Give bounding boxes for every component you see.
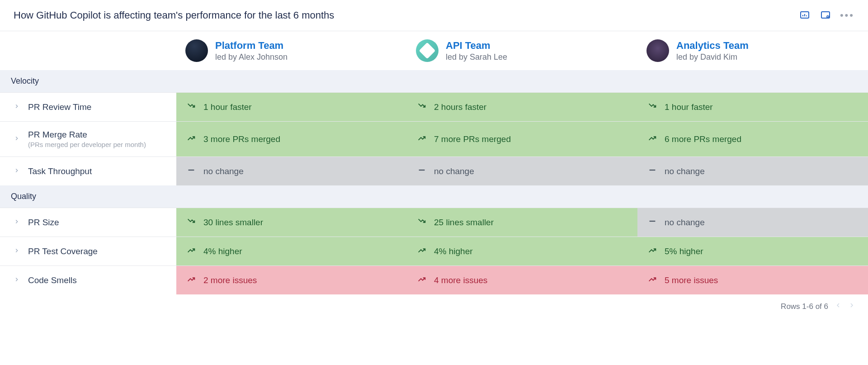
chevron-right-icon: [14, 275, 20, 285]
metric-value-text: 2 hours faster: [434, 102, 486, 112]
team-header-api: API Team led by Sarah Lee: [407, 39, 637, 62]
chevron-right-icon: [14, 218, 20, 227]
team-name-link[interactable]: API Team: [446, 40, 507, 52]
metric-expand-toggle[interactable]: PR Size: [0, 208, 176, 237]
metric-row: Code Smells2 more issues4 more issues5 m…: [0, 265, 868, 294]
metric-value-cell: no change: [407, 157, 637, 185]
section-label: Quality: [11, 192, 36, 201]
metric-value-text: no change: [434, 166, 474, 176]
section-label: Velocity: [11, 76, 39, 85]
metric-expand-toggle[interactable]: PR Merge Rate(PRs merged per developer p…: [0, 122, 176, 156]
metric-value-cell: no change: [176, 157, 407, 185]
trend-flat-icon: [647, 165, 657, 177]
comment-card-icon[interactable]: [819, 9, 832, 22]
trend-down-icon: [647, 101, 657, 113]
team-header-platform: Platform Team led by Alex Johnson: [176, 39, 407, 62]
trend-flat-icon: [417, 165, 427, 177]
team-header-row: Platform Team led by Alex Johnson API Te…: [0, 31, 868, 70]
avatar: [646, 39, 669, 62]
team-name-link[interactable]: Platform Team: [215, 40, 288, 52]
avatar: [185, 39, 208, 62]
avatar: [416, 39, 439, 62]
team-lead-label: led by Sarah Lee: [446, 52, 507, 62]
present-chart-icon[interactable]: [798, 9, 811, 22]
metric-value-cell: 1 hour faster: [176, 93, 407, 121]
metric-value-text: no change: [665, 166, 705, 176]
prev-page-button[interactable]: [835, 302, 842, 311]
metric-value-cell: no change: [637, 208, 868, 237]
chevron-right-icon: [14, 246, 20, 256]
metric-label: PR Size: [28, 218, 59, 228]
metric-label: Code Smells: [28, 275, 77, 285]
metric-value-cell: 30 lines smaller: [176, 208, 407, 237]
metric-value-text: no change: [665, 218, 705, 228]
chevron-right-icon: [14, 134, 20, 144]
metric-value-text: 25 lines smaller: [434, 218, 494, 228]
metric-value-text: 5% higher: [665, 246, 703, 256]
team-lead-label: led by David Kim: [676, 52, 749, 62]
trend-up-icon: [417, 245, 427, 257]
metric-value-cell: 4 more issues: [407, 266, 637, 294]
trend-flat-icon: [186, 165, 196, 177]
metric-value-text: 4 more issues: [434, 275, 487, 285]
trend-up-icon: [186, 274, 196, 286]
metric-value-cell: 6 more PRs merged: [637, 122, 868, 156]
metric-value-cell: 7 more PRs merged: [407, 122, 637, 156]
metric-value-cell: 5 more issues: [637, 266, 868, 294]
trend-up-icon: [647, 245, 657, 257]
metric-value-cell: 5% higher: [637, 237, 868, 265]
trend-flat-icon: [647, 216, 657, 228]
team-header-analytics: Analytics Team led by David Kim: [637, 39, 868, 62]
page-header: How GitHub Copilot is affecting team's p…: [0, 0, 868, 31]
metric-row: PR Test Coverage4% higher4% higher5% hig…: [0, 237, 868, 265]
metric-value-text: no change: [203, 166, 244, 176]
metric-value-cell: no change: [637, 157, 868, 185]
metric-label: Task Throughput: [28, 166, 92, 176]
metric-value-cell: 25 lines smaller: [407, 208, 637, 237]
team-lead-label: led by Alex Johnson: [215, 52, 288, 62]
trend-up-icon: [186, 133, 196, 145]
metric-value-cell: 1 hour faster: [637, 93, 868, 121]
chevron-right-icon: [14, 102, 20, 112]
metric-expand-toggle[interactable]: Task Throughput: [0, 157, 176, 185]
metric-value-text: 30 lines smaller: [203, 218, 263, 228]
metric-expand-toggle[interactable]: PR Test Coverage: [0, 237, 176, 265]
trend-down-icon: [186, 216, 196, 228]
metric-row: PR Size30 lines smaller25 lines smallern…: [0, 208, 868, 237]
metric-value-cell: 2 hours faster: [407, 93, 637, 121]
trend-down-icon: [417, 216, 427, 228]
metric-value-cell: 4% higher: [176, 237, 407, 265]
metric-value-text: 7 more PRs merged: [434, 134, 511, 144]
metric-value-text: 1 hour faster: [665, 102, 713, 112]
metric-expand-toggle[interactable]: PR Review Time: [0, 93, 176, 121]
chevron-right-icon: [14, 166, 20, 176]
metric-value-text: 6 more PRs merged: [665, 134, 741, 144]
metric-row: PR Review Time1 hour faster2 hours faste…: [0, 92, 868, 121]
metric-label: PR Merge Rate: [28, 130, 146, 140]
metric-expand-toggle[interactable]: Code Smells: [0, 266, 176, 294]
metric-value-text: 2 more issues: [203, 275, 257, 285]
metric-sublabel: (PRs merged per developer per month): [28, 141, 146, 148]
metric-value-cell: 2 more issues: [176, 266, 407, 294]
next-page-button[interactable]: [848, 302, 855, 311]
trend-up-icon: [417, 133, 427, 145]
trend-up-icon: [647, 274, 657, 286]
trend-up-icon: [186, 245, 196, 257]
header-actions: •••: [798, 9, 854, 22]
section-header: Quality: [0, 185, 868, 208]
trend-down-icon: [186, 101, 196, 113]
section-header: Velocity: [0, 70, 868, 92]
metric-row: Task Throughputno changeno changeno chan…: [0, 156, 868, 185]
more-menu-icon[interactable]: •••: [840, 9, 854, 21]
table-footer: Rows 1-6 of 6: [0, 294, 868, 318]
trend-down-icon: [417, 101, 427, 113]
metric-label: PR Test Coverage: [28, 246, 98, 256]
trend-up-icon: [417, 274, 427, 286]
metric-value-cell: 4% higher: [407, 237, 637, 265]
team-name-link[interactable]: Analytics Team: [676, 40, 749, 52]
row-range-label: Rows 1-6 of 6: [781, 302, 828, 311]
trend-up-icon: [647, 133, 657, 145]
metric-value-text: 4% higher: [434, 246, 473, 256]
page-title: How GitHub Copilot is affecting team's p…: [14, 9, 334, 21]
metric-value-cell: 3 more PRs merged: [176, 122, 407, 156]
